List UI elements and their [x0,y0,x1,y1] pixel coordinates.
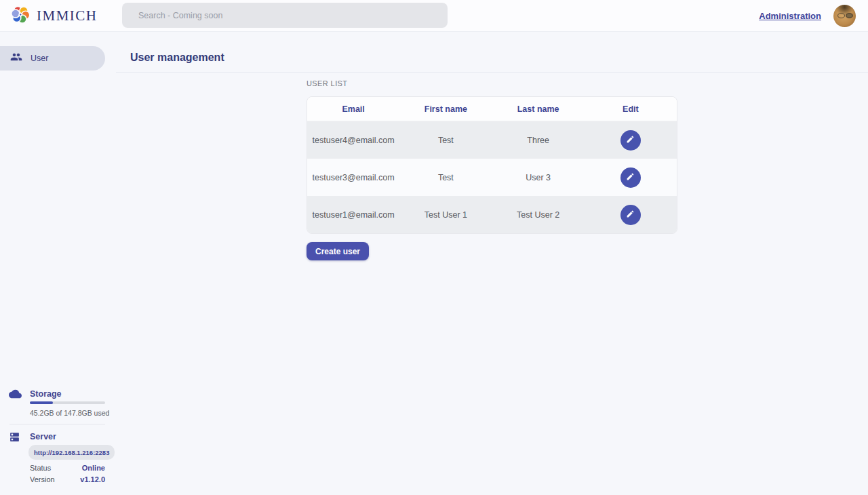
edit-user-button[interactable] [620,167,641,188]
administration-link[interactable]: Administration [759,11,821,21]
column-header-last-name: Last name [492,104,585,114]
create-user-button[interactable]: Create user [307,242,369,260]
server-version-row: Version v1.12.0 [30,475,105,483]
storage-usage-text: 45.2GB of 147.8GB used [30,409,109,417]
table-row: testuser3@email.com Test User 3 [307,159,677,196]
storage-progress-fill [30,401,53,404]
column-header-first-name: First name [399,104,492,114]
user-avatar[interactable] [833,5,856,27]
status-value: Online [82,464,105,472]
title-divider [116,72,868,73]
cloud-icon [9,389,22,402]
edit-user-button[interactable] [620,205,641,225]
table-row: testuser1@email.com Test User 1 Test Use… [307,196,677,233]
table-row: testuser4@email.com Test Three [307,121,677,159]
users-icon [10,51,22,66]
top-bar: IMMICH Administration [0,0,868,32]
edit-user-button[interactable] [620,130,641,151]
table-header-row: Email First name Last name Edit [307,97,677,121]
cell-first-name: Test [399,136,492,145]
page-title: User management [130,52,224,64]
cell-email: testuser4@email.com [307,136,399,145]
cell-last-name: Three [492,136,585,145]
cell-email: testuser1@email.com [307,210,399,220]
sidebar-divider [9,424,105,424]
pencil-icon [626,172,635,183]
cell-last-name: User 3 [492,173,585,182]
sidebar-item-user[interactable]: User [0,46,105,71]
immich-flower-icon [9,3,32,28]
server-status-row: Status Online [30,464,105,472]
column-header-email: Email [307,104,399,114]
app-title: IMMICH [37,7,98,24]
pencil-icon [626,210,635,220]
sidebar-item-label: User [31,54,48,63]
server-title: Server [30,432,56,441]
server-url-chip: http://192.168.1.216:2283 [28,445,115,460]
cell-email: testuser3@email.com [307,173,399,182]
top-bar-right: Administration [759,0,856,32]
app-logo: IMMICH [0,3,98,28]
search-input[interactable] [122,3,448,28]
server-icon [9,431,20,446]
pencil-icon [626,135,635,146]
version-label: Version [30,475,55,483]
user-list-label: USER LIST [307,79,347,87]
column-header-edit: Edit [585,104,677,114]
cell-last-name: Test User 2 [492,210,585,220]
user-table: Email First name Last name Edit testuser… [307,96,677,234]
cell-first-name: Test User 1 [399,210,492,220]
version-value: v1.12.0 [80,475,105,483]
cell-first-name: Test [399,173,492,182]
storage-title: Storage [30,389,62,399]
status-label: Status [30,464,51,472]
storage-progress-bar [30,401,105,404]
